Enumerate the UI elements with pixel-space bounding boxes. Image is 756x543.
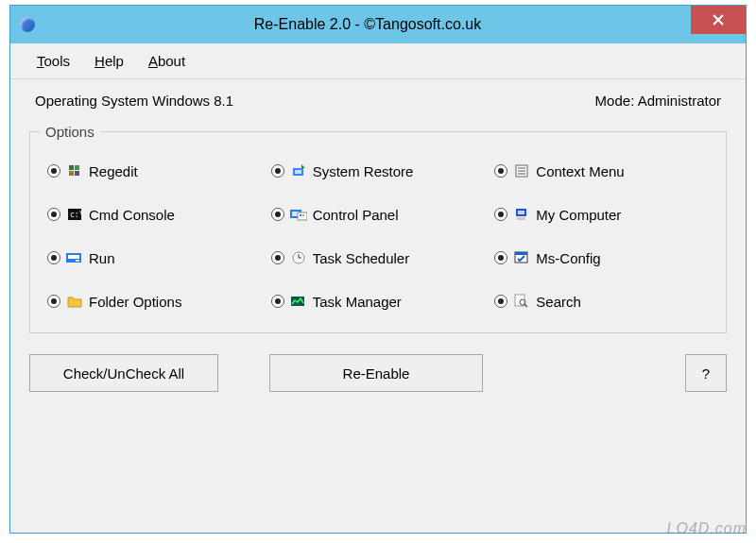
svg-rect-7 xyxy=(295,170,301,174)
opt-ms-config[interactable]: Ms-Config xyxy=(494,249,709,266)
re-enable-button[interactable]: Re-Enable xyxy=(269,354,483,392)
menu-bar: Tools Help About xyxy=(10,43,746,79)
opt-regedit[interactable]: Regedit xyxy=(47,162,262,179)
svg-rect-21 xyxy=(517,217,525,220)
option-label: Context Menu xyxy=(536,163,624,179)
option-label: Cmd Console xyxy=(89,207,175,223)
radio-cmd-console[interactable] xyxy=(47,208,60,221)
opt-system-restore[interactable]: System Restore xyxy=(271,162,486,179)
svg-rect-29 xyxy=(515,252,527,255)
option-label: System Restore xyxy=(313,163,414,179)
my-computer-icon xyxy=(513,206,530,223)
svg-text:c:\: c:\ xyxy=(70,211,82,219)
option-label: Control Panel xyxy=(313,207,399,223)
svg-line-33 xyxy=(524,304,527,307)
svg-rect-4 xyxy=(69,171,74,176)
radio-task-scheduler[interactable] xyxy=(271,251,284,264)
option-label: Ms-Config xyxy=(536,250,600,266)
svg-rect-18 xyxy=(302,214,304,216)
option-label: Run xyxy=(89,250,115,266)
option-label: Search xyxy=(536,294,581,310)
check-uncheck-all-button[interactable]: Check/UnCheck All xyxy=(29,354,218,392)
radio-my-computer[interactable] xyxy=(494,208,507,221)
opt-task-scheduler[interactable]: Task Scheduler xyxy=(271,249,486,266)
options-legend: Options xyxy=(40,124,100,140)
close-button[interactable] xyxy=(691,6,746,34)
radio-system-restore[interactable] xyxy=(271,164,284,178)
radio-search[interactable] xyxy=(494,295,507,308)
options-grid: Regedit System Restore Context Menu c:\ … xyxy=(40,153,716,314)
svg-rect-17 xyxy=(300,214,301,216)
radio-regedit[interactable] xyxy=(47,164,60,178)
radio-context-menu[interactable] xyxy=(494,164,507,178)
opt-task-manager[interactable]: Task Manager xyxy=(271,293,486,310)
svg-rect-31 xyxy=(515,295,524,306)
option-label: Folder Options xyxy=(89,294,181,310)
radio-control-panel[interactable] xyxy=(271,208,284,221)
option-label: Task Manager xyxy=(313,294,402,310)
menu-tools[interactable]: Tools xyxy=(37,53,70,69)
info-row: Operating System Windows 8.1 Mode: Admin… xyxy=(10,79,746,116)
app-window: Re-Enable 2.0 - ©Tangosoft.co.uk Tools H… xyxy=(9,5,747,534)
help-button[interactable]: ? xyxy=(685,354,727,392)
control-panel-icon xyxy=(290,206,307,223)
svg-rect-5 xyxy=(75,171,79,176)
title-bar: Re-Enable 2.0 - ©Tangosoft.co.uk xyxy=(10,6,746,43)
svg-rect-23 xyxy=(68,255,79,259)
radio-task-manager[interactable] xyxy=(271,295,284,308)
svg-rect-24 xyxy=(76,260,79,262)
radio-ms-config[interactable] xyxy=(494,251,507,264)
menu-help[interactable]: Help xyxy=(94,53,124,69)
run-icon xyxy=(66,249,83,266)
menu-about[interactable]: About xyxy=(148,53,185,69)
os-label: Operating System Windows 8.1 xyxy=(35,93,233,109)
button-row: Check/UnCheck All Re-Enable ? xyxy=(10,354,746,392)
opt-folder-options[interactable]: Folder Options xyxy=(47,293,262,310)
radio-folder-options[interactable] xyxy=(47,295,60,308)
cmd-console-icon: c:\ xyxy=(66,206,83,223)
option-label: Regedit xyxy=(89,163,138,179)
opt-search[interactable]: Search xyxy=(494,293,709,310)
radio-run[interactable] xyxy=(47,251,60,264)
opt-control-panel[interactable]: Control Panel xyxy=(271,206,486,223)
system-restore-icon xyxy=(290,162,307,179)
ms-config-icon xyxy=(513,249,530,266)
opt-my-computer[interactable]: My Computer xyxy=(494,206,709,223)
close-icon xyxy=(713,14,724,25)
task-scheduler-icon xyxy=(290,249,307,266)
svg-rect-3 xyxy=(75,165,79,170)
window-title: Re-Enable 2.0 - ©Tangosoft.co.uk xyxy=(46,16,689,33)
context-menu-icon xyxy=(513,162,530,179)
mode-label: Mode: Administrator xyxy=(595,93,721,109)
opt-run[interactable]: Run xyxy=(47,249,262,266)
svg-rect-2 xyxy=(69,165,74,170)
option-label: My Computer xyxy=(536,207,621,223)
option-label: Task Scheduler xyxy=(313,250,410,266)
opt-context-menu[interactable]: Context Menu xyxy=(494,162,709,179)
options-group: Options Regedit System Restore Context M… xyxy=(29,124,727,333)
svg-rect-20 xyxy=(518,211,524,214)
search-icon xyxy=(513,293,530,310)
regedit-icon xyxy=(66,162,83,179)
watermark: LO4D.com xyxy=(667,520,747,537)
app-icon xyxy=(20,17,35,32)
opt-cmd-console[interactable]: c:\ Cmd Console xyxy=(47,206,262,223)
task-manager-icon xyxy=(290,293,307,310)
folder-options-icon xyxy=(66,293,83,310)
